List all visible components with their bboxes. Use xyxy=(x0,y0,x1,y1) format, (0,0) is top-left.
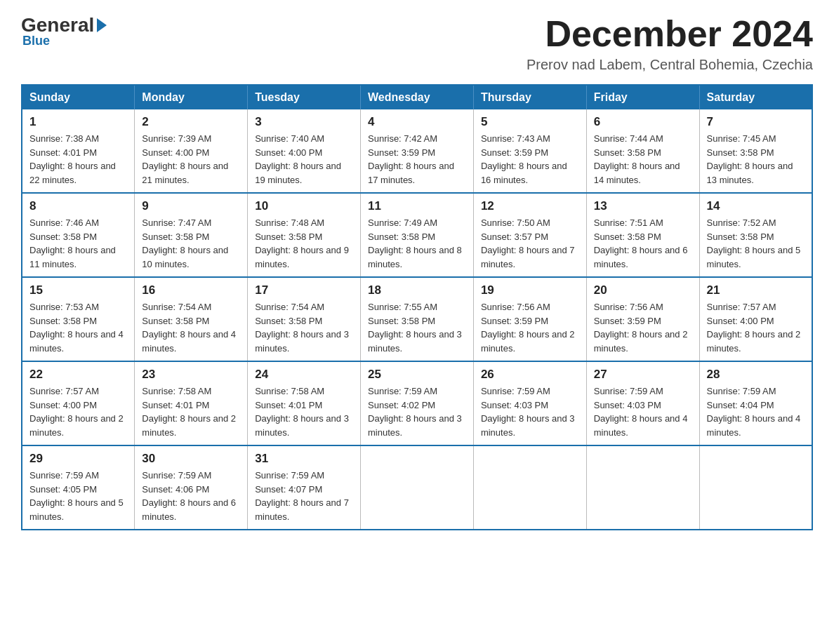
calendar-week-2: 8 Sunrise: 7:46 AMSunset: 3:58 PMDayligh… xyxy=(22,193,812,277)
calendar-header: Sunday Monday Tuesday Wednesday Thursday… xyxy=(22,85,812,109)
page-container: General Blue December 2024 Prerov nad La… xyxy=(21,14,813,530)
day-number: 21 xyxy=(707,283,805,297)
day-info: Sunrise: 7:49 AMSunset: 3:58 PMDaylight:… xyxy=(368,217,462,269)
table-row: 25 Sunrise: 7:59 AMSunset: 4:02 PMDaylig… xyxy=(361,361,474,445)
table-row: 8 Sunrise: 7:46 AMSunset: 3:58 PMDayligh… xyxy=(22,193,135,277)
table-row: 14 Sunrise: 7:52 AMSunset: 3:58 PMDaylig… xyxy=(699,193,812,277)
day-info: Sunrise: 7:51 AMSunset: 3:58 PMDaylight:… xyxy=(594,217,688,269)
day-number: 25 xyxy=(368,368,466,382)
day-number: 19 xyxy=(481,283,579,297)
day-info: Sunrise: 7:56 AMSunset: 3:59 PMDaylight:… xyxy=(594,302,688,354)
table-row: 2 Sunrise: 7:39 AMSunset: 4:00 PMDayligh… xyxy=(135,109,248,193)
day-number: 5 xyxy=(481,115,579,129)
day-number: 28 xyxy=(707,368,805,382)
day-info: Sunrise: 7:59 AMSunset: 4:07 PMDaylight:… xyxy=(255,470,349,522)
day-info: Sunrise: 7:45 AMSunset: 3:58 PMDaylight:… xyxy=(707,133,793,185)
table-row: 16 Sunrise: 7:54 AMSunset: 3:58 PMDaylig… xyxy=(135,277,248,361)
day-info: Sunrise: 7:48 AMSunset: 3:58 PMDaylight:… xyxy=(255,217,349,269)
table-row: 11 Sunrise: 7:49 AMSunset: 3:58 PMDaylig… xyxy=(361,193,474,277)
table-row: 6 Sunrise: 7:44 AMSunset: 3:58 PMDayligh… xyxy=(586,109,699,193)
day-number: 23 xyxy=(142,368,240,382)
table-row: 21 Sunrise: 7:57 AMSunset: 4:00 PMDaylig… xyxy=(699,277,812,361)
day-info: Sunrise: 7:55 AMSunset: 3:58 PMDaylight:… xyxy=(368,302,462,354)
calendar-week-1: 1 Sunrise: 7:38 AMSunset: 4:01 PMDayligh… xyxy=(22,109,812,193)
day-info: Sunrise: 7:43 AMSunset: 3:59 PMDaylight:… xyxy=(481,133,567,185)
table-row: 7 Sunrise: 7:45 AMSunset: 3:58 PMDayligh… xyxy=(699,109,812,193)
day-info: Sunrise: 7:57 AMSunset: 4:00 PMDaylight:… xyxy=(707,302,801,354)
header-tuesday: Tuesday xyxy=(248,85,361,109)
logo-blue: Blue xyxy=(21,34,50,48)
day-number: 13 xyxy=(594,199,692,213)
day-info: Sunrise: 7:59 AMSunset: 4:04 PMDaylight:… xyxy=(707,386,801,438)
day-number: 2 xyxy=(142,115,240,129)
day-number: 8 xyxy=(29,199,127,213)
table-row: 29 Sunrise: 7:59 AMSunset: 4:05 PMDaylig… xyxy=(22,445,135,530)
day-info: Sunrise: 7:54 AMSunset: 3:58 PMDaylight:… xyxy=(255,302,349,354)
day-number: 9 xyxy=(142,199,240,213)
table-row: 1 Sunrise: 7:38 AMSunset: 4:01 PMDayligh… xyxy=(22,109,135,193)
day-info: Sunrise: 7:46 AMSunset: 3:58 PMDaylight:… xyxy=(29,217,116,269)
table-row: 12 Sunrise: 7:50 AMSunset: 3:57 PMDaylig… xyxy=(473,193,586,277)
day-info: Sunrise: 7:44 AMSunset: 3:58 PMDaylight:… xyxy=(594,133,680,185)
table-row: 17 Sunrise: 7:54 AMSunset: 3:58 PMDaylig… xyxy=(248,277,361,361)
day-number: 27 xyxy=(594,368,692,382)
day-info: Sunrise: 7:42 AMSunset: 3:59 PMDaylight:… xyxy=(368,133,454,185)
table-row: 10 Sunrise: 7:48 AMSunset: 3:58 PMDaylig… xyxy=(248,193,361,277)
table-row: 24 Sunrise: 7:58 AMSunset: 4:01 PMDaylig… xyxy=(248,361,361,445)
day-number: 16 xyxy=(142,283,240,297)
header-thursday: Thursday xyxy=(473,85,586,109)
day-number: 12 xyxy=(481,199,579,213)
table-row: 23 Sunrise: 7:58 AMSunset: 4:01 PMDaylig… xyxy=(135,361,248,445)
table-row: 31 Sunrise: 7:59 AMSunset: 4:07 PMDaylig… xyxy=(248,445,361,530)
day-number: 31 xyxy=(255,452,353,466)
calendar-week-4: 22 Sunrise: 7:57 AMSunset: 4:00 PMDaylig… xyxy=(22,361,812,445)
day-number: 10 xyxy=(255,199,353,213)
day-info: Sunrise: 7:38 AMSunset: 4:01 PMDaylight:… xyxy=(29,133,116,185)
title-area: December 2024 Prerov nad Labem, Central … xyxy=(527,14,813,73)
day-info: Sunrise: 7:59 AMSunset: 4:06 PMDaylight:… xyxy=(142,470,236,522)
day-number: 3 xyxy=(255,115,353,129)
table-row: 3 Sunrise: 7:40 AMSunset: 4:00 PMDayligh… xyxy=(248,109,361,193)
day-number: 20 xyxy=(594,283,692,297)
table-row: 28 Sunrise: 7:59 AMSunset: 4:04 PMDaylig… xyxy=(699,361,812,445)
day-info: Sunrise: 7:39 AMSunset: 4:00 PMDaylight:… xyxy=(142,133,228,185)
calendar-body: 1 Sunrise: 7:38 AMSunset: 4:01 PMDayligh… xyxy=(22,109,812,530)
day-info: Sunrise: 7:58 AMSunset: 4:01 PMDaylight:… xyxy=(142,386,236,438)
calendar-week-5: 29 Sunrise: 7:59 AMSunset: 4:05 PMDaylig… xyxy=(22,445,812,530)
day-number: 11 xyxy=(368,199,466,213)
table-row: 13 Sunrise: 7:51 AMSunset: 3:58 PMDaylig… xyxy=(586,193,699,277)
location-title: Prerov nad Labem, Central Bohemia, Czech… xyxy=(527,57,813,73)
day-info: Sunrise: 7:57 AMSunset: 4:00 PMDaylight:… xyxy=(29,386,124,438)
table-row xyxy=(473,445,586,530)
day-number: 4 xyxy=(368,115,466,129)
day-number: 18 xyxy=(368,283,466,297)
header-monday: Monday xyxy=(135,85,248,109)
table-row: 27 Sunrise: 7:59 AMSunset: 4:03 PMDaylig… xyxy=(586,361,699,445)
day-number: 15 xyxy=(29,283,127,297)
table-row: 15 Sunrise: 7:53 AMSunset: 3:58 PMDaylig… xyxy=(22,277,135,361)
header-wednesday: Wednesday xyxy=(361,85,474,109)
day-info: Sunrise: 7:59 AMSunset: 4:02 PMDaylight:… xyxy=(368,386,462,438)
table-row: 20 Sunrise: 7:56 AMSunset: 3:59 PMDaylig… xyxy=(586,277,699,361)
day-info: Sunrise: 7:40 AMSunset: 4:00 PMDaylight:… xyxy=(255,133,341,185)
day-info: Sunrise: 7:52 AMSunset: 3:58 PMDaylight:… xyxy=(707,217,801,269)
table-row: 30 Sunrise: 7:59 AMSunset: 4:06 PMDaylig… xyxy=(135,445,248,530)
day-number: 22 xyxy=(29,368,127,382)
table-row xyxy=(361,445,474,530)
table-row xyxy=(699,445,812,530)
day-info: Sunrise: 7:59 AMSunset: 4:03 PMDaylight:… xyxy=(594,386,688,438)
day-number: 24 xyxy=(255,368,353,382)
day-number: 26 xyxy=(481,368,579,382)
header-friday: Friday xyxy=(586,85,699,109)
day-info: Sunrise: 7:56 AMSunset: 3:59 PMDaylight:… xyxy=(481,302,575,354)
day-number: 6 xyxy=(594,115,692,129)
day-info: Sunrise: 7:59 AMSunset: 4:03 PMDaylight:… xyxy=(481,386,575,438)
table-row: 18 Sunrise: 7:55 AMSunset: 3:58 PMDaylig… xyxy=(361,277,474,361)
day-info: Sunrise: 7:47 AMSunset: 3:58 PMDaylight:… xyxy=(142,217,228,269)
day-number: 7 xyxy=(707,115,805,129)
table-row: 19 Sunrise: 7:56 AMSunset: 3:59 PMDaylig… xyxy=(473,277,586,361)
day-info: Sunrise: 7:50 AMSunset: 3:57 PMDaylight:… xyxy=(481,217,575,269)
month-title: December 2024 xyxy=(527,14,813,54)
header: General Blue December 2024 Prerov nad La… xyxy=(21,14,813,73)
day-info: Sunrise: 7:59 AMSunset: 4:05 PMDaylight:… xyxy=(29,470,124,522)
